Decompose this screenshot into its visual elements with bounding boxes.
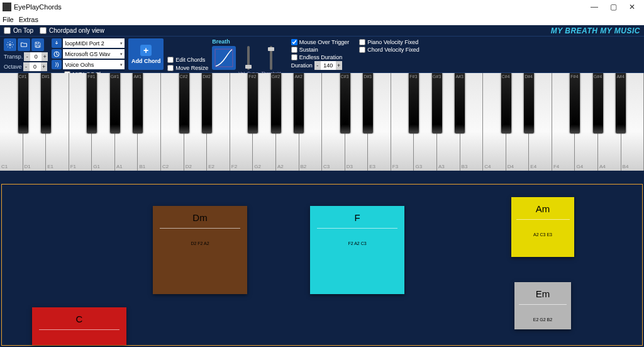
- key-label: B3: [462, 164, 468, 169]
- transpose-label: Transp.: [4, 54, 23, 60]
- octave-stepper[interactable]: -0+: [23, 62, 47, 71]
- key-label: D3: [347, 164, 353, 169]
- key-label: F3: [392, 164, 398, 169]
- chord-pad[interactable]: C: [32, 307, 126, 345]
- chord-notes: F2 A2 C3: [348, 241, 366, 246]
- key-label: F#2: [248, 74, 256, 79]
- chordpad-area: DmD2 F2 A2FF2 A2 C3AmA2 C3 E3EmE2 G2 B2C: [1, 184, 643, 346]
- maximize-button[interactable]: ▢: [604, 0, 623, 14]
- black-key[interactable]: A#4: [616, 73, 626, 134]
- open-button[interactable]: [18, 38, 30, 51]
- black-key[interactable]: C#2: [179, 73, 189, 134]
- key-label: D2: [186, 164, 192, 169]
- velocity-curve-button[interactable]: [212, 46, 236, 70]
- key-label: C#4: [502, 74, 510, 79]
- black-key[interactable]: G#1: [110, 73, 120, 134]
- black-key[interactable]: A#3: [455, 73, 465, 134]
- chord-notes: A2 C3 E3: [533, 232, 552, 237]
- synth-icon: [52, 49, 62, 59]
- menubar: File Extras: [0, 14, 644, 25]
- midi-out-dropdown[interactable]: loopMIDI Port 2▾: [63, 38, 125, 48]
- threshold-slider[interactable]: Threshold: [262, 46, 281, 76]
- mouse-over-trigger-checkbox[interactable]: Mouse Over Trigger: [291, 39, 350, 45]
- synth-dropdown[interactable]: Microsoft GS Wav▾: [63, 49, 125, 59]
- key-label: G3: [415, 164, 422, 169]
- close-button[interactable]: ✕: [623, 0, 641, 14]
- key-label: G#2: [272, 74, 280, 79]
- key-label: A4: [599, 164, 606, 169]
- octave-label: Octave: [4, 64, 22, 70]
- black-key[interactable]: G#4: [593, 73, 603, 134]
- black-key[interactable]: G#2: [271, 73, 281, 134]
- black-key[interactable]: F#3: [409, 73, 419, 134]
- black-key[interactable]: F#1: [87, 73, 97, 134]
- key-label: B4: [623, 164, 629, 169]
- key-label: F#3: [409, 74, 417, 79]
- plus-icon: +: [140, 45, 152, 56]
- app-icon: [3, 3, 11, 11]
- black-key[interactable]: D#2: [202, 73, 212, 134]
- minimize-button[interactable]: —: [585, 0, 604, 14]
- chord-name: Am: [536, 203, 550, 214]
- endless-duration-checkbox[interactable]: Endless Duration: [291, 54, 350, 60]
- svg-point-0: [9, 44, 11, 46]
- chord-velocity-fixed-checkbox[interactable]: Chord Velocity Fixed: [359, 47, 419, 53]
- move-resize-checkbox[interactable]: Move Resize: [167, 65, 208, 71]
- chord-pad[interactable]: DmD2 F2 A2: [153, 206, 247, 294]
- key-label: A#2: [294, 74, 302, 79]
- black-key[interactable]: F#4: [570, 73, 580, 134]
- key-label: F#4: [570, 74, 578, 79]
- black-key[interactable]: C#3: [340, 73, 350, 134]
- brand-label: MY BREATH MY MUSIC: [551, 26, 640, 35]
- sustain-checkbox[interactable]: Sustain: [291, 47, 350, 53]
- key-label: E1: [47, 164, 53, 169]
- save-button[interactable]: [31, 38, 44, 51]
- key-label: D#2: [203, 74, 211, 79]
- black-key[interactable]: G#3: [432, 73, 442, 134]
- toolbar: Transp. -0+ Octave -0+ loopMIDI Port 2▾ …: [0, 37, 644, 73]
- breath-label: Breath: [212, 38, 280, 45]
- ontop-checkbox[interactable]: On Top: [4, 27, 33, 34]
- key-label: C#1: [19, 74, 27, 79]
- key-label: G2: [254, 164, 261, 169]
- window-title: EyePlayChords: [14, 3, 585, 11]
- vel-curve-slider[interactable]: Vel. Curve: [238, 46, 258, 76]
- chordpad-only-checkbox[interactable]: Chordpad only view: [40, 27, 104, 34]
- key-label: G1: [93, 164, 100, 169]
- black-key[interactable]: D#3: [363, 73, 373, 134]
- key-label: A2: [277, 164, 284, 169]
- divider: [317, 228, 397, 229]
- menu-extras[interactable]: Extras: [19, 16, 38, 23]
- app-content: On Top Chordpad only view MY BREATH MY M…: [0, 25, 644, 347]
- key-label: C4: [484, 164, 491, 169]
- duration-stepper[interactable]: -140+: [314, 61, 342, 70]
- key-label: D#4: [525, 74, 533, 79]
- key-label: C3: [323, 164, 330, 169]
- key-label: A#3: [455, 74, 463, 79]
- chord-notes: D2 F2 A2: [191, 241, 209, 246]
- transpose-stepper[interactable]: -0+: [24, 52, 48, 61]
- divider: [519, 304, 567, 305]
- chord-pad[interactable]: EmE2 G2 B2: [514, 282, 571, 329]
- key-label: A1: [116, 164, 123, 169]
- settings-button[interactable]: [4, 38, 16, 51]
- edit-chords-checkbox[interactable]: Edit Chords: [167, 57, 208, 63]
- add-chord-button[interactable]: + Add Chord: [128, 38, 164, 70]
- chord-pad[interactable]: AmA2 C3 E3: [511, 197, 574, 257]
- key-label: B2: [301, 164, 307, 169]
- piano-keyboard: C1D1E1F1G1A1B1C2D2E2F2G2A2B2C3D3E3F3G3A3…: [0, 73, 644, 171]
- voice-dropdown[interactable]: Voice Oohs▾: [63, 60, 125, 69]
- piano-velocity-fixed-checkbox[interactable]: Piano Velocity Fixed: [359, 39, 419, 45]
- topstrip: On Top Chordpad only view MY BREATH MY M…: [0, 25, 644, 37]
- black-key[interactable]: D#1: [41, 73, 51, 134]
- black-key[interactable]: C#4: [501, 73, 511, 134]
- divider: [160, 228, 240, 229]
- key-label: C#3: [341, 74, 349, 79]
- black-key[interactable]: A#2: [294, 73, 304, 134]
- black-key[interactable]: D#4: [524, 73, 534, 134]
- chord-pad[interactable]: FF2 A2 C3: [310, 206, 404, 294]
- black-key[interactable]: F#2: [248, 73, 258, 134]
- black-key[interactable]: A#1: [133, 73, 143, 134]
- black-key[interactable]: C#1: [18, 73, 28, 134]
- menu-file[interactable]: File: [3, 16, 14, 23]
